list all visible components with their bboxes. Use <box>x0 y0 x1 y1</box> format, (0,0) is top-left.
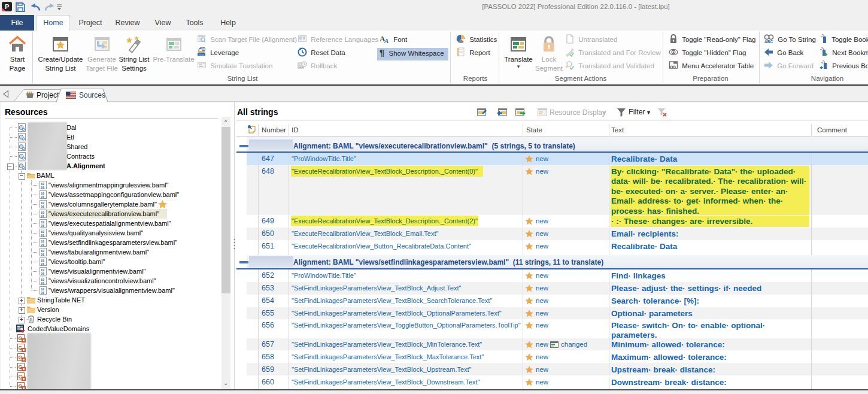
svg-text:ABC: ABC <box>764 40 773 44</box>
svg-text:P: P <box>5 3 9 10</box>
svg-text:A: A <box>384 37 389 44</box>
svg-text:01: 01 <box>41 186 44 190</box>
